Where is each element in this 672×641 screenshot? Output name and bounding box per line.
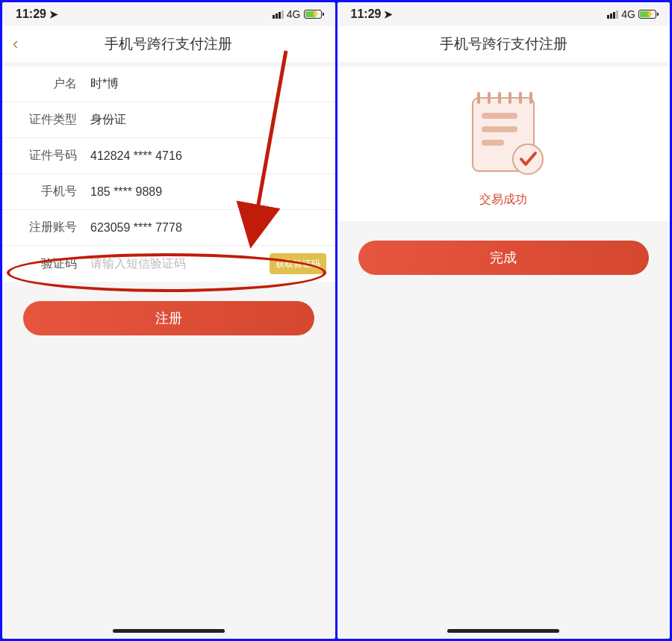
location-icon: ➤: [384, 8, 393, 20]
register-button[interactable]: 注册: [23, 301, 314, 335]
status-time: 11:29: [16, 7, 46, 21]
screen-success: 11:29 ➤ 4G ⚡ ‹ 手机号跨行支付注册: [337, 2, 671, 639]
row-account-name: 户名 时*博: [2, 66, 335, 102]
page-title: 手机号跨行支付注册: [105, 34, 232, 54]
svg-rect-8: [482, 126, 517, 132]
success-text: 交易成功: [337, 192, 671, 208]
nav-bar: ‹ 手机号跨行支付注册: [2, 26, 335, 62]
form-list: 户名 时*博 证件类型 身份证 证件号码 412824 **** 4716 手机…: [2, 66, 335, 282]
label: 手机号: [16, 184, 77, 199]
back-button[interactable]: ‹: [13, 34, 18, 54]
label: 户名: [16, 76, 77, 92]
status-time: 11:29: [351, 7, 382, 21]
signal-icon: [607, 10, 618, 19]
home-indicator: [113, 629, 225, 633]
battery-icon: ⚡: [638, 10, 656, 19]
value: 身份证: [90, 112, 322, 128]
value: 412824 **** 4716: [90, 149, 322, 163]
row-phone: 手机号 185 **** 9889: [2, 174, 335, 210]
nav-bar: ‹ 手机号跨行支付注册: [337, 26, 671, 62]
network-label: 4G: [287, 8, 301, 20]
signal-icon: [273, 10, 284, 19]
get-code-button[interactable]: 获取验证码: [270, 253, 326, 274]
network-label: 4G: [621, 8, 635, 20]
label: 证件号码: [16, 148, 77, 164]
label: 验证码: [16, 256, 77, 272]
value: 185 **** 9889: [90, 185, 322, 199]
screen-registration-form: 11:29 ➤ 4G ⚡ ‹ 手机号跨行支付注册 户名 时*博 证件类型 身份证: [2, 2, 335, 639]
svg-rect-7: [482, 113, 517, 119]
value: 时*博: [90, 76, 322, 92]
label: 注册账号: [16, 220, 77, 235]
status-bar: 11:29 ➤ 4G ⚡: [2, 2, 335, 26]
row-register-account: 注册账号 623059 **** 7778: [2, 210, 335, 246]
row-verification-code: 验证码 请输入短信验证码 获取验证码: [2, 246, 335, 282]
done-button[interactable]: 完成: [358, 241, 650, 275]
label: 证件类型: [16, 112, 77, 128]
page-title: 手机号跨行支付注册: [440, 34, 567, 54]
svg-point-10: [513, 144, 543, 174]
success-panel: 交易成功: [337, 66, 671, 221]
svg-rect-9: [482, 140, 504, 146]
row-id-type: 证件类型 身份证: [2, 102, 335, 138]
row-id-number: 证件号码 412824 **** 4716: [2, 138, 335, 174]
notepad-check-icon: [462, 84, 544, 182]
status-bar: 11:29 ➤ 4G ⚡: [337, 2, 671, 26]
value: 623059 **** 7778: [90, 221, 322, 235]
location-icon: ➤: [49, 8, 58, 20]
battery-icon: ⚡: [304, 10, 322, 19]
home-indicator: [447, 629, 559, 633]
